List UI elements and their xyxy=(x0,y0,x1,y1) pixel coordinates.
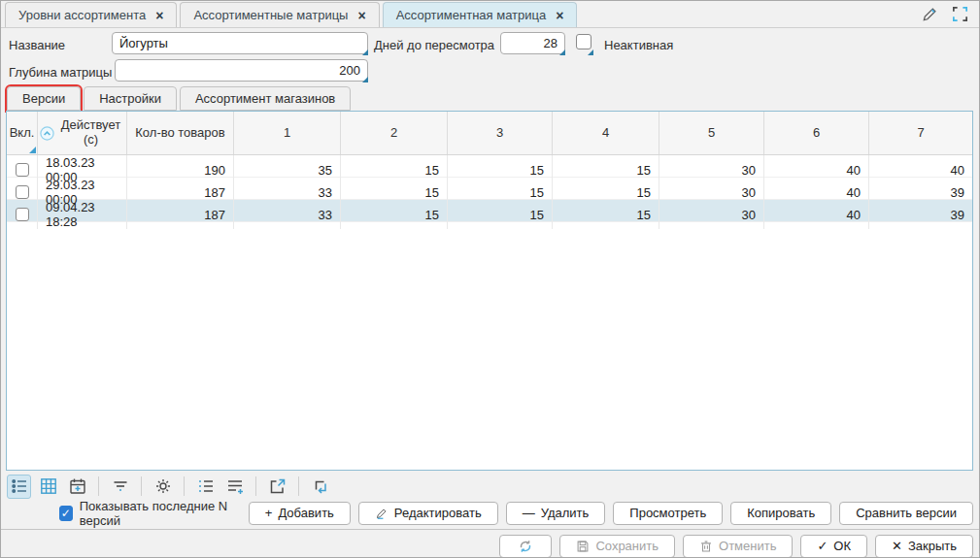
settings-gear-icon[interactable] xyxy=(151,475,175,499)
subtab-label: Версии xyxy=(22,91,65,106)
matrix-depth-label: Глубина матрицы xyxy=(9,65,112,80)
tab-label: Ассортиментные матрицы xyxy=(193,8,348,22)
subtab-settings[interactable]: Настройки xyxy=(84,86,177,111)
depth-field-wrap xyxy=(115,59,368,82)
plus-icon: + xyxy=(265,506,273,520)
list-view-icon[interactable] xyxy=(7,475,31,499)
sub-tab-bar: Версии Настройки Ассортимент магазинов xyxy=(7,86,351,111)
cancel-button[interactable]: Отменить xyxy=(683,535,793,558)
column-header-3[interactable]: 3 xyxy=(448,112,553,154)
column-header-5[interactable]: 5 xyxy=(659,112,764,154)
column-header-2[interactable]: 2 xyxy=(341,112,448,154)
compare-versions-button[interactable]: Сравнить версии xyxy=(839,502,973,525)
days-to-review-label: Дней до пересмотра xyxy=(374,38,494,52)
inactive-label: Неактивная xyxy=(604,38,673,52)
toolbar-separator xyxy=(255,476,256,496)
save-disk-icon xyxy=(576,540,590,553)
column-header-7[interactable]: 7 xyxy=(869,112,972,154)
matrix-depth-input[interactable] xyxy=(115,59,368,82)
cell-value: 30 xyxy=(659,200,764,229)
refresh-icon xyxy=(518,539,533,554)
numbered-list-icon[interactable] xyxy=(193,475,218,499)
top-tab-bar: Уровни ассортимента × Ассортиментные мат… xyxy=(1,1,979,28)
close-icon[interactable]: × xyxy=(357,9,365,22)
tab-label: Уровни ассортимента xyxy=(18,8,146,22)
name-field-wrap xyxy=(112,32,368,54)
add-to-list-icon[interactable] xyxy=(222,475,247,499)
days-field-wrap xyxy=(500,32,565,54)
row-enabled-checkbox[interactable] xyxy=(16,185,29,199)
table-row-selected[interactable]: 09.04.23 18:28 187 33 15 15 15 30 40 39 xyxy=(7,200,972,222)
name-input[interactable] xyxy=(112,32,368,54)
open-external-icon[interactable] xyxy=(265,475,289,499)
reload-data-icon[interactable] xyxy=(308,475,332,499)
footer-separator xyxy=(1,529,979,530)
minus-icon: — xyxy=(523,506,535,520)
tab-assortment-matrices[interactable]: Ассортиментные матрицы × xyxy=(180,2,379,27)
fullscreen-icon[interactable] xyxy=(951,5,969,26)
window-tools xyxy=(921,5,969,26)
row-enabled-checkbox[interactable] xyxy=(16,163,29,177)
column-header-enabled[interactable]: Вкл. xyxy=(7,112,38,154)
column-header-4[interactable]: 4 xyxy=(553,112,659,154)
tab-assortment-levels[interactable]: Уровни ассортимента × xyxy=(5,2,177,27)
filter-icon[interactable] xyxy=(108,475,132,499)
subtab-label: Ассортимент магазинов xyxy=(195,91,335,106)
tab-label: Ассортиментная матрица xyxy=(396,8,547,22)
cell-value: 15 xyxy=(341,200,448,229)
sort-ascending-icon[interactable] xyxy=(40,126,54,141)
cell-count: 187 xyxy=(127,200,234,229)
cell-value: 15 xyxy=(448,200,553,229)
column-header-1[interactable]: 1 xyxy=(234,112,341,154)
table-header: Вкл. Действует (с) Кол-во товаров 1 2 3 … xyxy=(7,112,972,155)
column-header-effective-date[interactable]: Действует (с) xyxy=(38,112,127,154)
version-actions-row: Показывать последние N версий + Добавить… xyxy=(1,501,973,525)
refresh-button[interactable] xyxy=(499,535,552,558)
column-header-product-count[interactable]: Кол-во товаров xyxy=(127,112,234,154)
edit-pencil-icon[interactable] xyxy=(921,5,939,26)
toolbar-separator xyxy=(141,476,142,496)
show-last-versions-checkbox[interactable] xyxy=(59,506,73,521)
trash-icon xyxy=(699,540,713,553)
close-icon[interactable]: × xyxy=(155,9,163,22)
close-button[interactable]: ✕ Закрыть xyxy=(875,535,973,558)
column-header-6[interactable]: 6 xyxy=(764,112,869,154)
edit-button[interactable]: Редактировать xyxy=(358,502,498,525)
pencil-icon xyxy=(375,507,389,520)
ok-button[interactable]: ✓ ОК xyxy=(800,535,867,558)
delete-button[interactable]: — Удалить xyxy=(506,502,606,525)
table-row[interactable]: 29.03.23 00:00 187 33 15 15 15 30 40 39 xyxy=(7,178,972,200)
cross-icon: ✕ xyxy=(892,539,902,553)
copy-button[interactable]: Копировать xyxy=(730,502,831,525)
toolbar-separator xyxy=(184,476,185,496)
days-to-review-input[interactable] xyxy=(500,32,565,54)
subtab-store-assortment[interactable]: Ассортимент магазинов xyxy=(180,86,351,111)
add-button[interactable]: + Добавить xyxy=(249,502,351,525)
toolbar-separator xyxy=(98,476,99,496)
cell-date: 09.04.23 18:28 xyxy=(38,200,127,229)
versions-table: Вкл. Действует (с) Кол-во товаров 1 2 3 … xyxy=(6,111,973,471)
cell-value: 15 xyxy=(553,200,659,229)
save-button[interactable]: Сохранить xyxy=(559,535,675,558)
show-last-versions-label: Показывать последние N версий xyxy=(80,499,241,528)
table-row[interactable]: 18.03.23 00:00 190 35 15 15 15 30 40 40 xyxy=(7,155,972,178)
cell-value: 40 xyxy=(764,200,869,229)
row-enabled-checkbox[interactable] xyxy=(16,208,29,221)
filter-corner-icon xyxy=(29,147,36,153)
inactive-checkbox-wrap xyxy=(576,34,591,52)
show-last-versions-group: Показывать последние N версий xyxy=(59,499,241,528)
subtab-versions[interactable]: Версии xyxy=(7,86,81,111)
tab-assortment-matrix[interactable]: Ассортиментная матрица × xyxy=(383,2,578,27)
subtab-label: Настройки xyxy=(99,91,161,106)
view-button[interactable]: Просмотреть xyxy=(613,502,723,525)
calendar-view-icon[interactable] xyxy=(65,475,89,499)
close-icon[interactable]: × xyxy=(556,9,563,22)
inactive-checkbox[interactable] xyxy=(576,34,591,49)
footer-buttons: Сохранить Отменить ✓ ОК ✕ Закрыть xyxy=(499,534,973,558)
toolbar-separator xyxy=(298,476,299,496)
table-toolbar xyxy=(7,474,332,499)
grid-view-icon[interactable] xyxy=(36,475,60,499)
check-icon: ✓ xyxy=(817,539,828,553)
name-label: Название xyxy=(9,38,65,52)
cell-value: 39 xyxy=(869,200,972,229)
